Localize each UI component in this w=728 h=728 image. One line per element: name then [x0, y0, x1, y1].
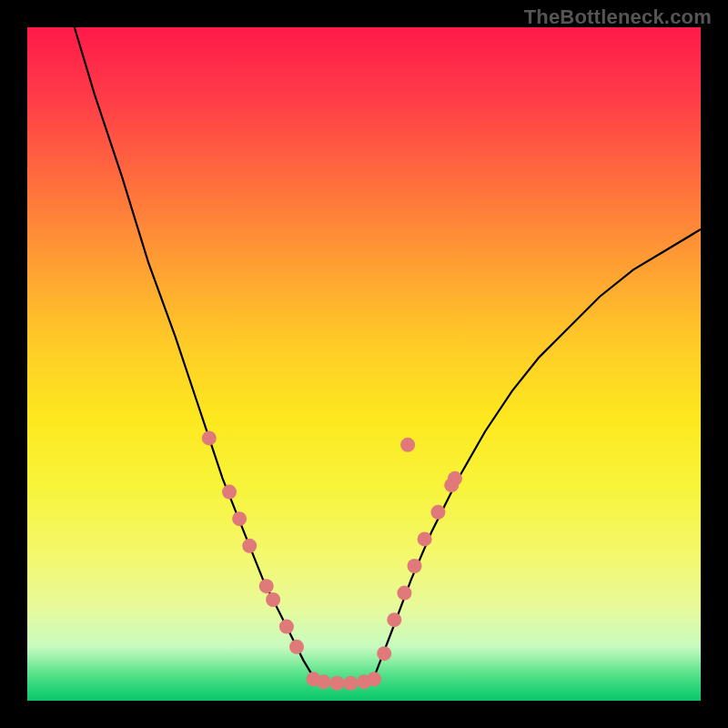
dot-right-2	[387, 612, 401, 627]
marker-group	[202, 430, 462, 690]
dot-left-4	[242, 539, 257, 553]
dot-right-8	[448, 471, 462, 486]
dot-left-2	[222, 485, 237, 500]
chart-frame: TheBottleneck.com	[0, 0, 728, 728]
dot-valley-6	[367, 672, 381, 686]
dot-right-4	[408, 559, 422, 573]
dot-valley-4	[343, 676, 358, 691]
dot-left-7	[279, 620, 294, 634]
dot-left-8	[289, 640, 304, 654]
dot-right-9	[400, 438, 415, 452]
chart-svg	[27, 27, 701, 701]
dot-left-3	[232, 511, 247, 526]
dot-left-1	[202, 430, 217, 445]
dot-left-5	[259, 579, 274, 593]
bottleneck-curve	[75, 27, 701, 683]
watermark-text: TheBottleneck.com	[524, 5, 712, 29]
dot-right-1	[377, 646, 391, 661]
dot-valley-3	[329, 676, 344, 691]
dot-right-5	[418, 531, 432, 546]
dot-valley-2	[317, 674, 331, 689]
plot-area	[27, 27, 701, 701]
dot-right-6	[430, 505, 445, 520]
curve-group	[75, 27, 701, 683]
dot-right-3	[397, 586, 411, 601]
dot-left-6	[266, 592, 280, 607]
